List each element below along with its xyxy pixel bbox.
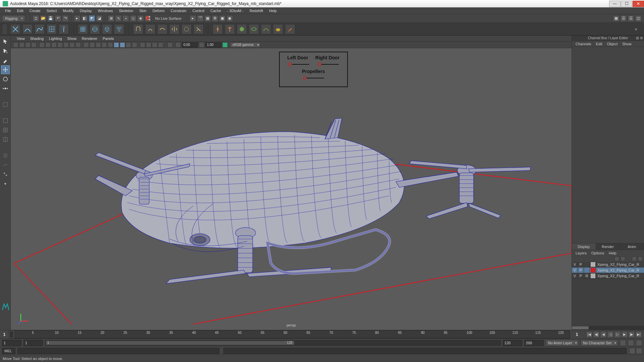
menu-constrain[interactable]: Constrain [168,9,190,13]
shelf-options-icon[interactable]: ≡ [631,24,641,34]
vp-aa-icon[interactable] [152,42,157,48]
vp-gamma-icon[interactable] [199,42,204,48]
anim-prefs-icon[interactable] [636,340,642,346]
rig-control-panel[interactable]: Left Door Right Door Propellers [279,52,348,87]
layer-menu-layers[interactable]: Layers [573,251,589,255]
rig-propellers-slider[interactable] [303,76,324,80]
vp-film-gate-icon[interactable] [45,42,51,48]
cbox-menu-channels[interactable]: Channels [573,42,593,46]
two-pane-icon[interactable] [1,135,10,144]
sphere-wire-icon[interactable] [90,24,100,34]
panel-menu-shading[interactable]: Shading [28,37,46,41]
layer-type-toggle[interactable] [584,267,590,273]
ik-spline-icon[interactable] [225,24,235,34]
history-icon[interactable]: ▸ [190,15,196,22]
save-scene-icon[interactable]: 💾 [47,15,54,22]
step-back-key-icon[interactable]: ◀| [593,331,600,338]
open-scene-icon[interactable]: 📂 [40,15,47,22]
bind-skin-icon[interactable] [133,24,143,34]
lattice-icon[interactable] [78,24,88,34]
redo-icon[interactable]: ↷ [62,15,69,22]
play-forward-icon[interactable]: ▷ [614,331,621,338]
vp-wire-on-shaded-icon[interactable] [114,42,119,48]
panel-menu-show[interactable]: Show [65,37,79,41]
wrap-icon[interactable] [249,24,259,34]
cbox-menu-show[interactable]: Show [620,42,634,46]
panel-undock-icon[interactable]: ◱ [636,36,639,40]
scale-tool-icon[interactable] [1,84,10,93]
cluster-icon[interactable] [114,24,124,34]
panel-close-icon[interactable]: ✕ [640,36,643,40]
panel-menu-renderer[interactable]: Renderer [79,37,100,41]
vp-camera-attr-icon[interactable] [19,42,24,48]
vp-xray-joints-icon[interactable] [126,42,131,48]
range-start-a-field[interactable]: 1 [2,340,21,346]
shelf-tabs-grip[interactable] [2,24,7,35]
vp-select-camera-icon[interactable] [13,42,18,48]
vp-gate-mask-icon[interactable] [57,42,63,48]
skin-tool-icon[interactable] [181,24,192,34]
minimize-button[interactable]: — [609,1,621,7]
vp-dof-icon[interactable] [158,42,163,48]
menu-deform[interactable]: Deform [150,9,168,13]
menu-file[interactable]: File [2,9,14,13]
layer-menu-options[interactable]: Options [589,251,606,255]
layer-vis-toggle[interactable]: V [572,273,578,279]
tool-settings-icon[interactable]: ☰ [628,15,634,22]
paint-tool-icon[interactable] [285,24,295,34]
close-button[interactable]: ✕ [633,1,644,7]
render-globals-icon[interactable]: ◉ [226,15,233,22]
set-key-icon[interactable] [628,340,634,346]
menu-redshift[interactable]: Redshift [247,9,266,13]
menu-modify[interactable]: Modify [60,9,76,13]
vp-textured-icon[interactable] [96,42,101,48]
more-layouts-icon[interactable]: ▾ [1,179,10,188]
panel-menu-lighting[interactable]: Lighting [46,37,65,41]
make-live-icon[interactable]: 🧲 [145,15,151,22]
render-frame-icon[interactable]: 🎬 [197,15,204,22]
last-tool-icon[interactable] [1,100,10,109]
graph-editor-icon[interactable] [1,161,10,169]
maximize-button[interactable]: ☐ [621,1,632,7]
vp-use-lights-icon[interactable] [102,42,107,48]
cube-wire-icon[interactable] [102,24,112,34]
layer-playback-toggle[interactable]: P [578,273,584,279]
vp-xray-icon[interactable] [120,42,125,48]
range-end-a-field[interactable]: 120 [503,340,522,346]
layer-row[interactable]: V P Xpeng_X2_Flying_Car_R [572,262,644,267]
rig-right-door-slider[interactable] [318,62,339,66]
panel-layout-icon[interactable]: ▦ [613,15,620,22]
layer-name[interactable]: Xpeng_X2_Flying_Car_R [596,268,644,272]
lasso-tool-icon[interactable] [1,47,10,55]
menu-windows[interactable]: Windows [95,9,116,13]
play-back-icon[interactable]: ◁ [607,331,614,338]
cbox-menu-object[interactable]: Object [604,42,620,46]
vp-viewport20-icon[interactable] [167,42,173,48]
anim-layer-dropdown[interactable]: No Anim Layer [546,340,579,346]
render-settings-icon[interactable]: ⚙ [212,15,218,22]
new-layer-selected-icon[interactable] [638,256,643,261]
menu-create[interactable]: Create [26,9,44,13]
layer-tab-render[interactable]: Render [596,243,620,250]
mirror-weights-icon[interactable] [169,24,179,34]
wire-deformer-icon[interactable] [261,24,271,34]
viewport[interactable]: Left Door Right Door Propellers persp [11,48,572,330]
select-hierarchy-icon[interactable]: ▸ [74,15,80,22]
menu-skin[interactable]: Skin [136,9,149,13]
sculpt-icon[interactable] [273,24,283,34]
layer-tab-display[interactable]: Display [572,243,596,250]
snap-together-icon[interactable] [10,24,20,34]
menu-display[interactable]: Display [77,9,95,13]
render-view-icon[interactable]: ▣ [219,15,226,22]
script-language-toggle[interactable]: MEL [2,348,15,354]
layer-row[interactable]: V P Xpeng_X2_Flying_Car_R [572,267,644,273]
select-object-icon[interactable]: ◧ [81,15,88,22]
range-start-b-field[interactable]: 1 [23,340,43,346]
move-tool-icon[interactable] [1,65,10,74]
wireframe-plane-icon[interactable] [47,24,57,34]
paint-select-icon[interactable] [1,56,10,65]
timeline-ruler[interactable]: 5101520253035404550556065707580859095100… [9,330,570,339]
menu-skeleton[interactable]: Skeleton [116,9,136,13]
layer-vis-toggle[interactable]: V [572,267,578,273]
go-end-icon[interactable]: ▶| [635,331,642,338]
